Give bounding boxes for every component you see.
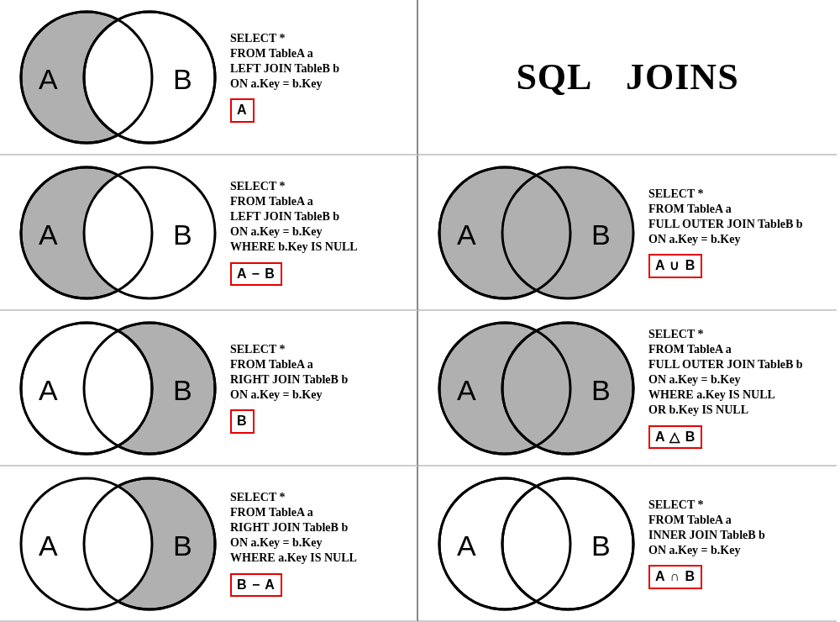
label-b: B	[591, 219, 611, 251]
sql-line: ON a.Key = b.Key	[648, 543, 837, 558]
sql-line: WHERE b.Key IS NULL	[230, 240, 417, 255]
page-title: SQL JOINS	[516, 55, 738, 98]
sql-line: SELECT *	[648, 498, 837, 513]
label-b: B	[173, 374, 192, 407]
sql-full-outer: SELECT * FROM TableA a FULL OUTER JOIN T…	[643, 187, 837, 279]
sql-line: RIGHT JOIN TableB b	[230, 520, 417, 535]
venn-left-excl: A B	[7, 161, 225, 304]
label-a: A	[39, 63, 58, 96]
sql-line: SELECT *	[230, 490, 417, 505]
venn-left-join: A B	[7, 6, 225, 149]
sql-line: SELECT *	[230, 179, 417, 194]
cell-left-join: A B SELECT * FROM TableA a LEFT JOIN Tab…	[0, 0, 418, 156]
sql-line: WHERE a.Key IS NULL	[230, 551, 417, 566]
badge-left-excl: A − B	[230, 262, 282, 287]
label-b: B	[173, 219, 192, 251]
sql-line: ON a.Key = b.Key	[230, 76, 417, 92]
sql-line: LEFT JOIN TableB b	[230, 209, 417, 224]
sql-line: ON a.Key = b.Key	[230, 224, 417, 240]
sql-line: RIGHT JOIN TableB b	[230, 372, 417, 387]
cell-full-outer: A B SELECT * FROM TableA a FULL OUTER JO…	[418, 156, 837, 311]
badge-right-excl: B − A	[230, 573, 282, 598]
label-a: A	[457, 374, 476, 407]
cell-full-excl: A B SELECT * FROM TableA a FULL OUTER JO…	[418, 311, 837, 466]
cell-inner-join: A B SELECT * FROM TableA a INNER JOIN Ta…	[418, 466, 837, 622]
cell-right-excl: A B SELECT * FROM TableA a RIGHT JOIN Ta…	[0, 466, 418, 622]
cell-left-excl: A B SELECT * FROM TableA a LEFT JOIN Tab…	[0, 156, 418, 311]
label-a: A	[39, 530, 58, 562]
sql-line: ON a.Key = b.Key	[648, 232, 837, 247]
svg-point-8	[502, 167, 633, 298]
venn-right-join: A B	[7, 317, 225, 460]
badge-right-join: B	[230, 409, 255, 434]
label-a: A	[457, 219, 476, 251]
sql-line: FROM TableA a	[648, 202, 837, 217]
label-b: B	[173, 63, 192, 96]
venn-inner-join: A B	[425, 472, 643, 615]
sql-line: OR b.Key IS NULL	[648, 403, 837, 418]
sql-line: ON a.Key = b.Key	[648, 372, 837, 387]
sql-right-join: SELECT * FROM TableA a RIGHT JOIN TableB…	[225, 342, 417, 435]
sql-line: SELECT *	[230, 342, 417, 357]
badge-left-join: A	[230, 98, 255, 123]
sql-line: FROM TableA a	[230, 357, 417, 372]
sql-line: FROM TableA a	[648, 342, 837, 357]
sql-line: SELECT *	[230, 31, 417, 46]
svg-point-5	[84, 167, 215, 298]
venn-full-outer: A B	[425, 161, 643, 304]
label-a: A	[39, 219, 58, 251]
sql-line: INNER JOIN TableB b	[648, 528, 837, 543]
badge-full-excl: A △ B	[648, 425, 702, 450]
sql-right-excl: SELECT * FROM TableA a RIGHT JOIN TableB…	[225, 490, 417, 598]
badge-inner-join: A ∩ B	[648, 565, 702, 589]
sql-line: FULL OUTER JOIN TableB b	[648, 217, 837, 232]
sql-left-excl: SELECT * FROM TableA a LEFT JOIN TableB …	[225, 179, 417, 287]
sql-line: FROM TableA a	[648, 513, 837, 528]
badge-full-outer: A ∪ B	[648, 254, 702, 278]
sql-left-join: SELECT * FROM TableA a LEFT JOIN TableB …	[225, 31, 417, 124]
venn-right-excl: A B	[7, 472, 225, 615]
sql-full-excl: SELECT * FROM TableA a FULL OUTER JOIN T…	[643, 327, 837, 450]
sql-line: SELECT *	[648, 327, 837, 342]
label-a: A	[39, 374, 58, 407]
sql-line: WHERE a.Key IS NULL	[648, 387, 837, 403]
sql-line: FROM TableA a	[230, 505, 417, 520]
sql-line: FROM TableA a	[230, 194, 417, 209]
cell-right-join: A B SELECT * FROM TableA a RIGHT JOIN Ta…	[0, 311, 418, 466]
sql-inner-join: SELECT * FROM TableA a INNER JOIN TableB…	[643, 498, 837, 590]
sql-line: FROM TableA a	[230, 46, 417, 61]
label-b: B	[591, 374, 611, 407]
label-b: B	[173, 530, 192, 562]
sql-line: LEFT JOIN TableB b	[230, 61, 417, 76]
sql-line: SELECT *	[648, 187, 837, 202]
sql-line: FULL OUTER JOIN TableB b	[648, 357, 837, 372]
sql-line: ON a.Key = b.Key	[230, 387, 417, 403]
label-a: A	[457, 530, 476, 562]
label-b: B	[591, 530, 611, 562]
cell-title: SQL JOINS	[418, 0, 837, 156]
sql-line: ON a.Key = b.Key	[230, 535, 417, 551]
venn-full-excl: A B	[425, 317, 643, 460]
